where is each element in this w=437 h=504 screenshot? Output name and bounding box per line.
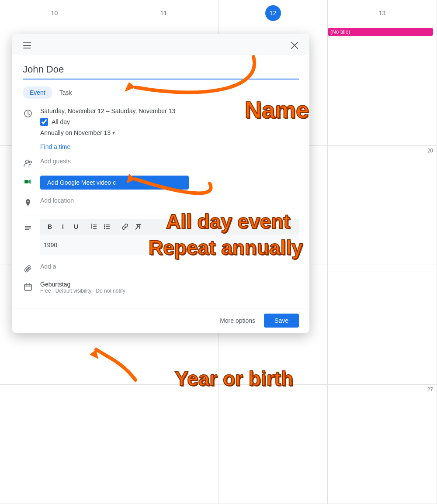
cell-date-20: 20 [331,148,433,154]
remove-format-button[interactable] [132,221,144,233]
guests-icon [23,158,33,169]
calendar-icon [23,282,33,292]
location-icon [23,197,33,208]
attachment-content: Add a [40,262,299,270]
link-button[interactable] [119,221,131,233]
day-number-10: 10 [51,10,58,17]
menu-icon-button[interactable] [19,38,35,53]
dialog-footer: More options Save [12,308,309,333]
meet-content: Add Google Meet video c [40,176,299,190]
date-time-row: Saturday, November 12 – Saturday, Novemb… [23,107,299,136]
tab-task[interactable]: Task [52,86,79,99]
repeat-label: Annually on November 13 [40,129,111,136]
svg-line-7 [28,114,30,115]
attachment-icon [23,263,33,274]
clock-icon [23,108,33,119]
svg-rect-1 [23,45,31,46]
divider-1 [23,215,299,215]
cal-cell-row4-3 [218,385,328,504]
dialog-header [12,34,309,55]
cal-header-12: 12 [218,0,328,26]
add-guests-row: Add guests [23,157,299,169]
svg-point-9 [30,161,32,163]
notes-icon [23,223,33,234]
cal-header-13: 13 [328,0,437,26]
hamburger-icon [23,41,31,49]
all-day-label: All day [52,118,70,125]
date-start: Saturday, November 12 [40,107,104,114]
event-tabs: Event Task [23,86,299,99]
notes-content[interactable]: 1990 [40,238,299,255]
cal-cell-row4-1 [0,385,109,504]
calendar-name: Geburtstag [40,281,299,288]
unordered-list-button[interactable] [101,221,113,233]
repeat-select[interactable]: Annually on November 13 ▾ [40,129,299,136]
date-end: Saturday, November 13 [111,107,175,114]
calendar-info-row: Geburtstag Free · Default visibility · D… [23,281,299,294]
event-creation-dialog: Event Task Saturday, November 12 – Satur… [12,34,309,333]
calendar-info-content: Geburtstag Free · Default visibility · D… [40,281,299,294]
svg-text:3: 3 [91,227,92,229]
save-button[interactable]: Save [264,314,299,328]
meet-btn-label: Add Google Meet video c [47,179,116,186]
toolbar-divider-2 [116,222,116,231]
ordered-list-button[interactable]: 1 2 3 [88,221,100,233]
cell-date-27: 27 [331,387,433,393]
notes-toolbar: B I U 1 2 3 [40,219,299,235]
dialog-body: Event Task Saturday, November 12 – Satur… [12,55,309,308]
date-content: Saturday, November 12 – Saturday, Novemb… [40,107,299,136]
cal-cell-row4-4: 27 [328,385,437,504]
location-row: Add location [23,197,299,208]
add-location-placeholder[interactable]: Add location [40,197,74,204]
notes-area: B I U 1 2 3 [40,219,299,255]
attachment-placeholder[interactable]: Add a [40,263,56,270]
event-title-input[interactable] [23,62,299,79]
calendar-header: 10 11 12 13 [0,0,437,26]
day-number-13: 13 [379,10,386,17]
svg-point-23 [104,228,105,229]
svg-point-22 [104,226,105,228]
meet-icon-container [23,176,33,187]
bold-button[interactable]: B [44,221,56,233]
svg-rect-0 [23,42,31,43]
google-meet-icon [23,177,33,186]
notes-section: B I U 1 2 3 [23,219,299,255]
more-options-button[interactable]: More options [216,314,259,328]
location-content: Add location [40,197,299,204]
day-number-12-today: 12 [265,5,281,21]
italic-button[interactable]: I [57,221,69,233]
chevron-down-icon: ▾ [112,130,115,136]
underline-button[interactable]: U [70,221,82,233]
day-number-11: 11 [160,10,167,17]
no-title-event[interactable]: (No title) [328,28,433,36]
svg-point-8 [26,160,29,163]
tab-event[interactable]: Event [23,86,52,99]
attachment-row: Add a [23,262,299,274]
date-separator: – [106,107,111,114]
svg-rect-25 [24,284,31,290]
cal-cell-row2-4: 20 [328,146,437,266]
all-day-row: All day [40,118,299,126]
svg-point-21 [104,224,105,226]
cal-cell-13: (No title) [328,26,437,146]
calendar-sub: Free · Default visibility · Do not notif… [40,288,299,294]
svg-rect-2 [23,48,31,48]
cal-cell-row3-4 [328,265,437,385]
all-day-checkbox[interactable] [40,118,48,126]
header-left-icons [19,38,35,53]
meet-row: Add Google Meet video c [23,176,299,190]
find-time-link[interactable]: Find a time [23,143,299,150]
toolbar-divider-1 [85,222,85,231]
cal-header-10: 10 [0,0,109,26]
close-button[interactable] [287,38,302,53]
add-meet-button[interactable]: Add Google Meet video c [40,176,189,190]
guests-content: Add guests [40,157,299,165]
date-range-display[interactable]: Saturday, November 12 – Saturday, Novemb… [40,107,299,114]
cal-header-11: 11 [109,0,218,26]
cal-cell-row4-2 [109,385,218,504]
close-icon [291,41,298,49]
add-guests-placeholder[interactable]: Add guests [40,158,71,165]
